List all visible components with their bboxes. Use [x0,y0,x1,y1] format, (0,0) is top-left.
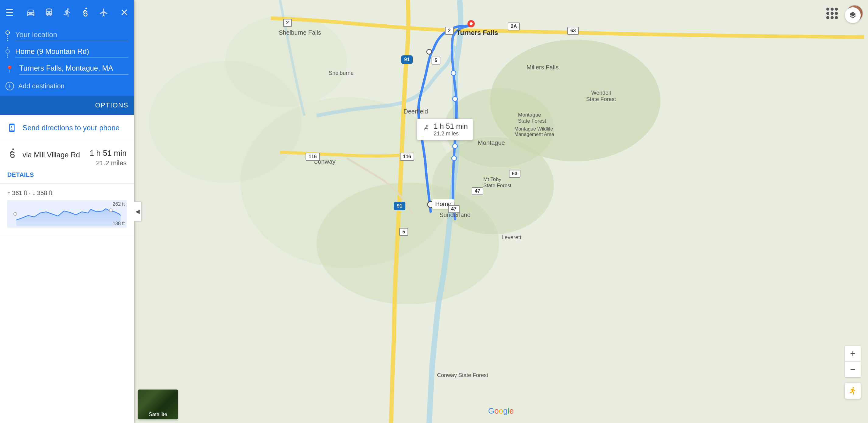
destination-row: 📍 [5,61,128,78]
options-bar: OPTIONS [0,96,134,115]
elevation-stats: ↑ 361 ft · ↓ 358 ft [7,189,127,197]
route-details-button[interactable]: DETAILS [7,171,34,178]
road-badge-rt5-2: 5 [399,228,408,236]
add-destination-label: Add destination [18,82,64,90]
destination-pin-icon: 📍 [5,65,14,73]
route-via-label: via Mill Village Rd [23,151,80,159]
montague-wildlife-label: Montague WildlifeManagement Area [514,126,554,137]
tooltip-time: 1 h 51 min [434,122,468,130]
grid-dots-icon [826,8,838,19]
connector-1 [7,36,8,37]
destination-input[interactable] [19,64,128,74]
top-nav: ☰ ✕ [0,0,134,24]
svg-point-16 [470,22,473,25]
elevation-end-dot [109,208,113,212]
transport-transit[interactable] [44,8,54,17]
tooltip-distance: 21.2 miles [434,130,468,137]
collapse-sidebar-button[interactable]: ◀ [134,202,142,221]
send-directions-label: Send directions to your phone [23,124,120,132]
road-badge-rt63-1: 63 [567,27,579,35]
connector-6 [7,57,8,58]
zoom-out-button[interactable]: − [845,362,861,377]
origin-row [5,27,128,44]
waypoint-input[interactable] [15,47,128,58]
route-left: via Mill Village Rd [7,149,80,161]
wendell-state-label: WendellState Forest [574,90,628,102]
shelburne-label: Shelburne [329,70,354,77]
zoom-in-button[interactable]: + [845,346,861,362]
origin-input[interactable] [15,30,128,41]
connector-2 [7,38,8,39]
layers-button[interactable] [845,7,861,23]
millers-falls-label: Millers Falls [527,64,559,71]
connector-4 [7,47,8,49]
options-button[interactable]: OPTIONS [95,101,128,109]
route-bike-icon [7,149,18,161]
svg-point-11 [453,96,458,101]
road-badge-rt63-2: 63 [509,170,521,178]
collapse-arrow-icon: ◀ [135,208,140,215]
route-time: 1 h 51 min [90,149,127,158]
road-badge-rt47-1: 47 [472,187,483,195]
google-o2: o [499,406,503,415]
transport-drive[interactable] [26,8,36,17]
elevation-section: ↑ 361 ft · ↓ 358 ft 262 ft 138 ft [0,183,134,234]
connector-5 [7,55,8,56]
road-badge-rt47-2: 47 [448,205,460,213]
origin-dot [5,30,10,35]
deerfield-label: Deerfield [404,108,428,115]
connector-3 [7,40,8,41]
menu-icon[interactable]: ☰ [5,7,14,18]
elevation-min-label: 138 ft [113,221,125,226]
route-distance: 21.2 miles [90,159,127,167]
elevation-start-dot [13,212,17,216]
transport-walk[interactable] [62,8,72,17]
svg-point-10 [451,70,456,75]
google-apps-button[interactable] [824,5,840,21]
road-badge-rt2-1: 2 [283,19,292,27]
mt-toby-label: Mt TobyState Forest [483,177,512,189]
montague-state-label: MontagueState Forest [518,112,546,124]
transport-flight[interactable] [99,8,108,17]
google-e: e [509,406,514,415]
elevation-chart: 262 ft 138 ft [7,200,127,228]
waypoint-row [5,44,128,61]
google-o1: o [494,406,498,415]
montague-label: Montague [478,140,505,146]
satellite-label: Satellite [138,412,178,418]
road-badge-rt5-1: 5 [432,57,440,64]
elevation-max-label: 262 ft [113,202,125,207]
transport-mode-selector [26,8,108,17]
road-badge-rt116-2: 116 [400,153,414,161]
send-phone-icon [7,123,17,132]
conway-state-forest-label: Conway State Forest [437,372,488,379]
svg-point-9 [427,49,432,54]
shelburne-falls-label: Shelburne Falls [279,29,321,36]
route-tooltip[interactable]: 1 h 51 min 21.2 miles [417,119,473,140]
road-badge-i91-2: 91 [394,202,405,210]
road-badge-rt2a: 2A [508,23,520,30]
waypoint-dot [5,49,10,54]
route-option: via Mill Village Rd 1 h 51 min 21.2 mile… [0,141,134,183]
route-path [134,0,868,423]
send-directions-row[interactable]: Send directions to your phone [0,115,134,141]
svg-point-12 [453,144,458,149]
pegman-button[interactable] [845,383,861,399]
add-destination-icon: + [5,82,14,90]
svg-point-13 [452,156,457,161]
google-g: G [488,406,494,415]
google-g2: g [503,406,507,415]
route-option-header: via Mill Village Rd 1 h 51 min 21.2 mile… [7,149,127,167]
road-badge-rt116-1: 116 [306,153,320,161]
road-badge-i91-1: 91 [401,55,413,64]
satellite-thumbnail[interactable]: Satellite [138,390,178,419]
transport-bike[interactable] [81,8,90,17]
leverett-label: Leverett [502,234,521,241]
route-inputs: 📍 + Add destination [0,24,134,96]
road-badge-rt2-2: 2 [445,27,454,35]
add-destination-row[interactable]: + Add destination [5,78,128,96]
map-area[interactable]: Turners Falls Millers Falls Shelburne Fa… [134,0,868,423]
svg-marker-0 [16,209,121,226]
close-directions-button[interactable]: ✕ [120,7,128,18]
google-logo: Google [488,406,514,416]
